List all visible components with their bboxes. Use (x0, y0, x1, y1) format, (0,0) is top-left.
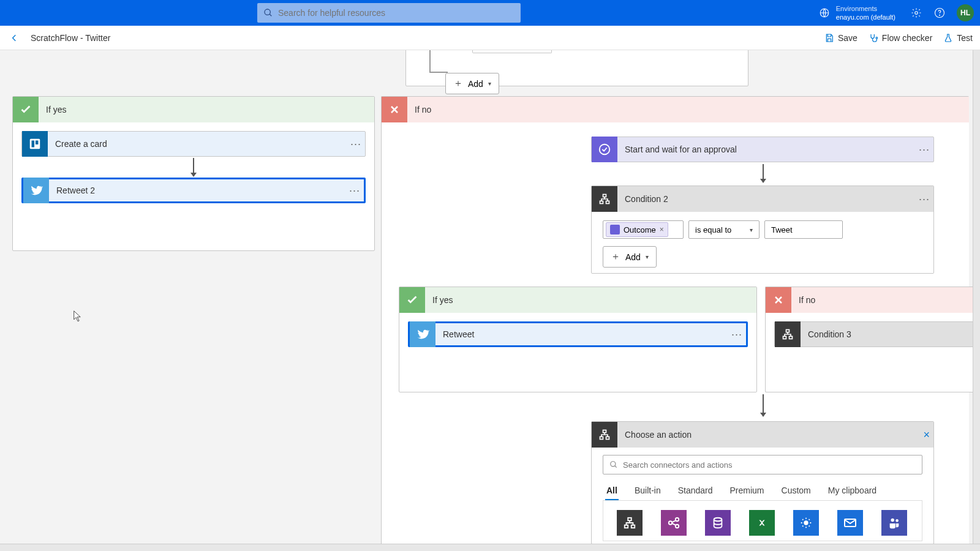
condition-left-operand[interactable]: Outcome × (603, 220, 684, 239)
search-icon (609, 460, 618, 469)
test-label: Test (957, 33, 973, 43)
connector-control[interactable] (617, 510, 643, 536)
svg-point-29 (804, 520, 808, 525)
chevron-down-icon: ▾ (646, 253, 649, 260)
settings-button[interactable] (910, 7, 922, 19)
action-title: Retweet 2 (49, 186, 345, 195)
condition-operator-select[interactable]: is equal to ▾ (688, 220, 760, 239)
branch-if-yes-left: If yes Create a card ··· Retweet 2 ··· (12, 96, 375, 251)
branch-if-no-right: If no Start and wait for an approval ···… (381, 96, 969, 544)
connector-share[interactable] (661, 510, 687, 536)
svg-rect-12 (600, 201, 603, 203)
trello-icon (22, 131, 48, 157)
condition-add-button[interactable]: ＋ Add ▾ (603, 246, 657, 268)
add-button-top[interactable]: ＋ Add ▾ (445, 73, 499, 94)
if-no-header-right[interactable]: If no (382, 97, 969, 122)
svg-point-32 (895, 519, 899, 522)
help-icon (934, 7, 945, 18)
environment-name: enayu.com (default) (836, 13, 895, 21)
action-title: Create a card (48, 139, 347, 149)
svg-rect-13 (606, 201, 609, 203)
trigger-card[interactable]: ＋ Add ▾ (405, 50, 748, 86)
if-yes-header-inner[interactable]: If yes (399, 287, 756, 313)
action-create-card[interactable]: Create a card ··· (21, 131, 366, 157)
tab-standard[interactable]: Standard (677, 482, 714, 500)
action-approval[interactable]: Start and wait for an approval ··· (591, 137, 934, 162)
if-yes-label: If yes (39, 105, 66, 114)
connector-mail[interactable] (837, 510, 863, 536)
svg-rect-19 (606, 437, 609, 439)
actions-search-field[interactable] (623, 460, 916, 470)
choose-action-panel: Choose an action × All Built-in Standard… (591, 421, 934, 544)
connector-grid (603, 500, 922, 541)
connector-database[interactable] (705, 510, 731, 536)
vertical-scrollbar[interactable] (973, 50, 980, 544)
svg-point-27 (676, 525, 679, 528)
environments-label: Environments (836, 4, 895, 13)
branch-if-yes-inner: If yes Retweet ··· (399, 287, 757, 392)
horizontal-scrollbar[interactable] (0, 544, 980, 551)
svg-rect-8 (32, 141, 35, 148)
action-menu-button[interactable]: ··· (347, 138, 365, 151)
condition-value-input[interactable]: Tweet (764, 220, 843, 239)
flow-canvas[interactable]: ＋ Add ▾ If yes Create a card ··· (0, 50, 980, 544)
save-icon (824, 33, 834, 43)
flow-checker-label: Flow checker (882, 33, 932, 43)
svg-rect-17 (603, 430, 606, 433)
action-menu-button[interactable]: ··· (728, 328, 746, 341)
if-no-header-inner[interactable]: If no (766, 287, 980, 313)
save-button[interactable]: Save (824, 33, 858, 43)
check-icon (13, 97, 39, 122)
connector-weather[interactable] (793, 510, 819, 536)
twitter-icon (410, 321, 435, 347)
connector-teams[interactable] (881, 510, 907, 536)
condition-title: Condition 2 (617, 194, 915, 204)
action-category-tabs: All Built-in Standard Premium Custom My … (603, 482, 922, 501)
back-button[interactable] (7, 31, 22, 45)
global-search-input[interactable] (278, 8, 514, 18)
tab-all[interactable]: All (605, 482, 619, 500)
global-search[interactable] (257, 3, 521, 23)
choose-action-title: Choose an action (617, 430, 919, 440)
svg-rect-7 (30, 139, 40, 149)
user-avatar[interactable]: HL (957, 4, 974, 21)
svg-rect-16 (790, 336, 793, 339)
action-title: Start and wait for an approval (617, 144, 915, 154)
tab-premium[interactable]: Premium (729, 482, 766, 500)
environment-picker[interactable]: Environments enayu.com (default) (819, 4, 895, 21)
svg-point-20 (611, 462, 616, 467)
action-retweet-inner[interactable]: Retweet ··· (408, 321, 748, 347)
app-topbar: Environments enayu.com (default) HL (0, 0, 980, 26)
action-menu-button[interactable]: ··· (915, 143, 933, 156)
mouse-cursor (74, 310, 82, 323)
tab-my-clipboard[interactable]: My clipboard (827, 482, 878, 500)
operator-label: is equal to (695, 225, 731, 234)
action-retweet-2[interactable]: Retweet 2 ··· (21, 178, 366, 203)
condition-icon (592, 422, 617, 448)
condition-2-card[interactable]: Condition 2 ··· Outcome × is equal to ▾ … (591, 186, 934, 274)
close-button[interactable]: × (919, 429, 933, 441)
check-icon (399, 287, 425, 313)
token-remove-button[interactable]: × (660, 225, 664, 234)
action-menu-button[interactable]: ··· (345, 184, 364, 197)
svg-line-21 (615, 466, 617, 468)
search-actions-input[interactable] (603, 455, 922, 474)
save-label: Save (838, 33, 858, 43)
approval-icon (592, 137, 617, 162)
if-yes-header-left[interactable]: If yes (13, 97, 374, 122)
svg-line-1 (270, 14, 271, 16)
svg-rect-11 (603, 195, 606, 197)
tab-custom[interactable]: Custom (780, 482, 812, 500)
stethoscope-icon (869, 33, 878, 43)
flask-icon (943, 33, 953, 43)
action-menu-button[interactable]: ··· (915, 193, 933, 206)
svg-point-25 (669, 521, 673, 525)
test-button[interactable]: Test (943, 33, 973, 43)
help-button[interactable] (933, 7, 946, 19)
connector-excel[interactable] (749, 510, 775, 536)
condition-icon (775, 321, 801, 347)
tab-built-in[interactable]: Built-in (633, 482, 662, 500)
flow-checker-button[interactable]: Flow checker (869, 33, 932, 43)
twitter-icon (23, 178, 49, 203)
flow-title[interactable]: ScratchFlow - Twitter (31, 33, 110, 43)
